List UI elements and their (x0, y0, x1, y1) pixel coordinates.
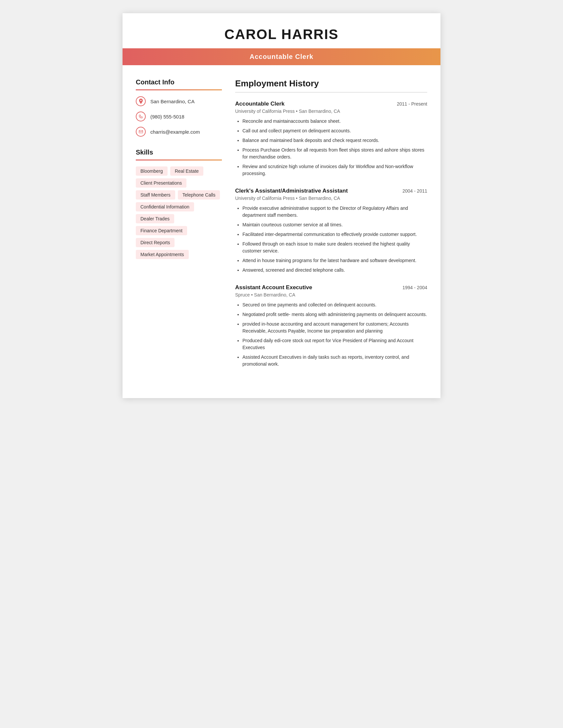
job-dates: 1994 - 2004 (402, 285, 427, 290)
skill-tag: Direct Reports (136, 238, 174, 247)
contact-phone: (980) 555-5018 (136, 112, 222, 121)
job-bullet: Reconcile and maintainaccounts balance s… (242, 118, 427, 125)
candidate-name: CAROL HARRIS (142, 26, 421, 42)
job-title: Accountable Clerk (235, 101, 285, 107)
contact-section-title: Contact Info (136, 78, 222, 86)
job-dates: 2011 - Present (397, 101, 427, 107)
phone-text: (980) 555-5018 (150, 114, 184, 119)
email-text: charris@example.com (150, 129, 200, 135)
skills-divider (136, 159, 222, 160)
skill-tag: Real Estate (170, 166, 203, 176)
job-bullet: Review and scrutinize high volume of inv… (242, 163, 427, 177)
job-entry: Accountable Clerk2011 - PresentUniversit… (235, 101, 427, 177)
email-icon (136, 127, 146, 137)
job-bullet: Secured on time payments and collected o… (242, 301, 427, 308)
job-header: Clerk's Assistant/Administrative Assista… (235, 188, 427, 194)
skills-section: Skills BloombergReal EstateClient Presen… (136, 149, 222, 259)
job-bullet: provided in-house accounting and account… (242, 321, 427, 335)
skill-tag: Finance Department (136, 226, 187, 235)
job-entry: Assistant Account Executive1994 - 2004Sp… (235, 284, 427, 368)
contact-email: charris@example.com (136, 127, 222, 137)
main-content: Employment History Accountable Clerk2011… (235, 78, 427, 378)
skill-tag: Bloomberg (136, 166, 167, 176)
skill-tag: Dealer Trades (136, 214, 174, 223)
location-text: San Bernardino, CA (150, 99, 194, 104)
job-dates: 2004 - 2011 (402, 188, 427, 194)
skills-list: BloombergReal EstateClient Presentations… (136, 166, 222, 259)
job-bullet: Balance and maintained bank deposits and… (242, 137, 427, 144)
job-bullets: Provide executive administrative support… (235, 205, 427, 274)
location-icon (136, 96, 146, 106)
job-header: Accountable Clerk2011 - Present (235, 101, 427, 107)
job-bullet: Attend in house training programs for th… (242, 257, 427, 264)
employment-divider (235, 92, 427, 93)
contact-divider (136, 89, 222, 90)
phone-icon (136, 112, 146, 121)
job-bullets: Reconcile and maintainaccounts balance s… (235, 118, 427, 177)
title-bar: Accountable Clerk (122, 48, 441, 65)
job-bullet: Call out and collect payment on delinque… (242, 127, 427, 134)
employment-section-title: Employment History (235, 78, 427, 89)
job-bullet: Answered, screened and directed telephon… (242, 267, 427, 274)
skill-tag: Telephone Calls (178, 190, 220, 200)
contact-section: Contact Info San Bernardino, CA (136, 78, 222, 137)
job-bullet: Assisted Account Executives in daily tas… (242, 354, 427, 368)
body-layout: Contact Info San Bernardino, CA (122, 78, 441, 378)
job-entry: Clerk's Assistant/Administrative Assista… (235, 188, 427, 274)
job-bullet: Facilitated inter-departmental communica… (242, 231, 427, 238)
job-title: Assistant Account Executive (235, 284, 312, 291)
job-company: Spruce • San Bernardino, CA (235, 292, 427, 297)
job-bullet: Provide executive administrative support… (242, 205, 427, 219)
job-bullet: Negotiated profit settle- ments along wi… (242, 311, 427, 318)
job-bullet: Process Purchase Orders for all requests… (242, 147, 427, 160)
skill-tag: Staff Members (136, 190, 175, 200)
sidebar: Contact Info San Bernardino, CA (136, 78, 222, 378)
skill-tag: Market Appointments (136, 250, 189, 259)
job-title: Clerk's Assistant/Administrative Assista… (235, 188, 348, 194)
job-bullet: Followed through on each issue to make s… (242, 241, 427, 254)
job-bullet: Maintain courteous customer service at a… (242, 221, 427, 228)
job-company: University of California Press • San Ber… (235, 196, 427, 201)
contact-location: San Bernardino, CA (136, 96, 222, 106)
jobs-container: Accountable Clerk2011 - PresentUniversit… (235, 101, 427, 368)
skill-tag: Confidential Information (136, 202, 194, 211)
job-header: Assistant Account Executive1994 - 2004 (235, 284, 427, 291)
resume-container: CAROL HARRIS Accountable Clerk Contact I… (122, 13, 441, 398)
skills-section-title: Skills (136, 149, 222, 156)
skill-tag: Client Presentations (136, 178, 186, 188)
svg-rect-0 (139, 130, 143, 133)
job-company: University of California Press • San Ber… (235, 109, 427, 114)
header-section: CAROL HARRIS (122, 13, 441, 42)
job-bullets: Secured on time payments and collected o… (235, 301, 427, 368)
job-title-header: Accountable Clerk (250, 53, 314, 60)
job-bullet: Produced daily edi-core stock out report… (242, 337, 427, 351)
